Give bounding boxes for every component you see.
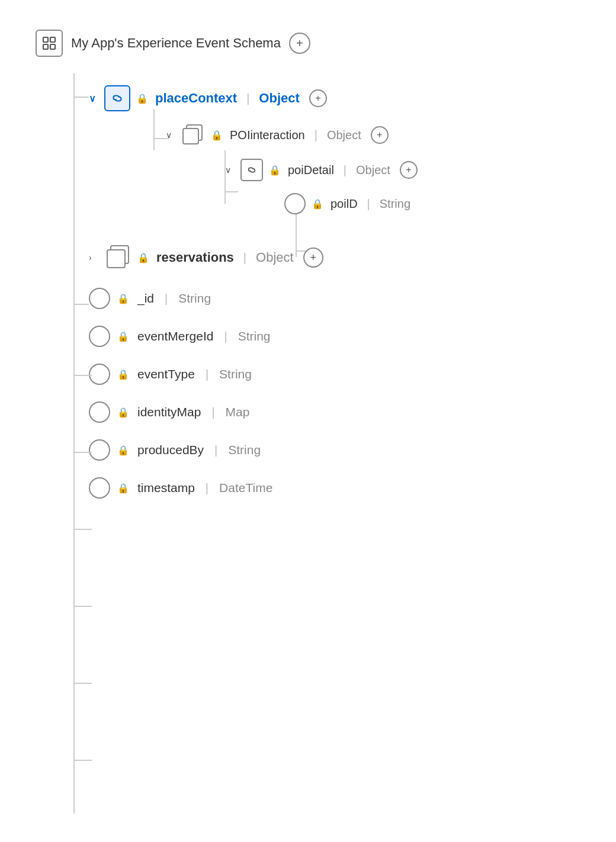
place-context-link-node[interactable] <box>104 85 130 111</box>
svg-rect-3 <box>50 44 55 49</box>
event-merge-id-lock: 🔒 <box>117 331 129 342</box>
place-context-name: placeContext <box>155 91 237 106</box>
event-type-type: String <box>219 367 252 381</box>
identity-map-name: identityMap <box>137 405 201 419</box>
place-context-add-button[interactable]: + <box>309 89 327 107</box>
event-type-circle <box>89 364 110 385</box>
id-lock: 🔒 <box>117 293 129 304</box>
identity-map-type: Map <box>226 405 250 419</box>
poiid-circle-node <box>284 193 306 214</box>
place-context-type: Object <box>259 91 299 106</box>
poi-interaction-lock: 🔒 <box>211 130 223 141</box>
poiid-row: 🔒 poilD | String <box>267 193 592 214</box>
produced-by-name: producedBy <box>137 443 204 457</box>
poiid-type: String <box>380 197 410 211</box>
place-context-chevron[interactable]: ∨ <box>89 93 98 104</box>
id-circle <box>89 288 110 309</box>
identity-map-lock: 🔒 <box>117 407 129 418</box>
timestamp-type: DateTime <box>219 481 272 495</box>
poi-detail-chevron[interactable]: ∨ <box>225 165 235 175</box>
place-context-lock: 🔒 <box>136 93 148 104</box>
poi-detail-type: Object <box>356 163 390 177</box>
event-merge-id-type: String <box>238 329 271 343</box>
poiid-name: poilD <box>331 197 358 211</box>
reservations-row: › 🔒 reservations | Object + <box>41 244 592 271</box>
id-row: 🔒 _id | String <box>41 288 592 309</box>
poi-detail-add-button[interactable]: + <box>400 161 418 179</box>
timestamp-lock: 🔒 <box>117 483 129 494</box>
reservations-add-button[interactable]: + <box>303 248 323 268</box>
root-row: My App's Experience Event Schema + <box>30 30 592 57</box>
timestamp-name: timestamp <box>137 481 195 495</box>
svg-rect-0 <box>43 37 48 42</box>
produced-by-lock: 🔒 <box>117 445 129 456</box>
id-name: _id <box>137 291 154 306</box>
poi-interaction-node[interactable] <box>181 123 205 147</box>
plus-icon: + <box>296 37 303 49</box>
identity-map-row: 🔒 identityMap | Map <box>41 401 592 423</box>
poi-interaction-row: ∨ 🔒 POIinteraction | Object + <box>148 123 592 147</box>
produced-by-circle <box>89 439 110 461</box>
fit-screen-icon[interactable] <box>36 30 63 57</box>
event-type-lock: 🔒 <box>117 369 129 380</box>
reservations-stack-node[interactable] <box>104 244 131 271</box>
svg-rect-1 <box>50 37 55 42</box>
svg-rect-2 <box>43 44 48 49</box>
poi-interaction-name: POIinteraction <box>230 128 305 142</box>
event-merge-id-circle <box>89 326 110 347</box>
timestamp-row: 🔒 timestamp | DateTime <box>41 477 592 499</box>
root-add-button[interactable]: + <box>289 33 310 54</box>
poi-detail-link-node[interactable] <box>240 159 263 181</box>
poi-detail-name: poiDetail <box>288 163 334 177</box>
place-context-sep: | <box>246 92 249 105</box>
id-type: String <box>178 291 211 306</box>
produced-by-row: 🔒 producedBy | String <box>41 439 592 461</box>
poi-detail-row: ∨ 🔒 poiDetail | Object + <box>207 159 592 181</box>
event-type-row: 🔒 eventType | String <box>41 364 592 385</box>
reservations-lock: 🔒 <box>137 252 149 263</box>
timestamp-circle <box>89 477 110 499</box>
identity-map-circle <box>89 401 110 423</box>
reservations-name: reservations <box>156 250 234 265</box>
poiid-lock: 🔒 <box>312 198 323 210</box>
schema-title: My App's Experience Event Schema <box>71 36 281 51</box>
event-type-name: eventType <box>137 367 195 381</box>
event-merge-id-row: 🔒 eventMergeId | String <box>41 326 592 347</box>
produced-by-type: String <box>228 443 261 457</box>
poi-interaction-add-button[interactable]: + <box>371 126 389 144</box>
poi-interaction-type: Object <box>327 128 361 142</box>
reservations-chevron[interactable]: › <box>89 253 98 262</box>
poi-interaction-chevron[interactable]: ∨ <box>166 130 175 140</box>
poi-detail-lock: 🔒 <box>269 165 281 176</box>
event-merge-id-name: eventMergeId <box>137 329 213 343</box>
reservations-type: Object <box>256 250 294 265</box>
place-context-row: ∨ 🔒 placeContext | Object + <box>41 73 592 111</box>
